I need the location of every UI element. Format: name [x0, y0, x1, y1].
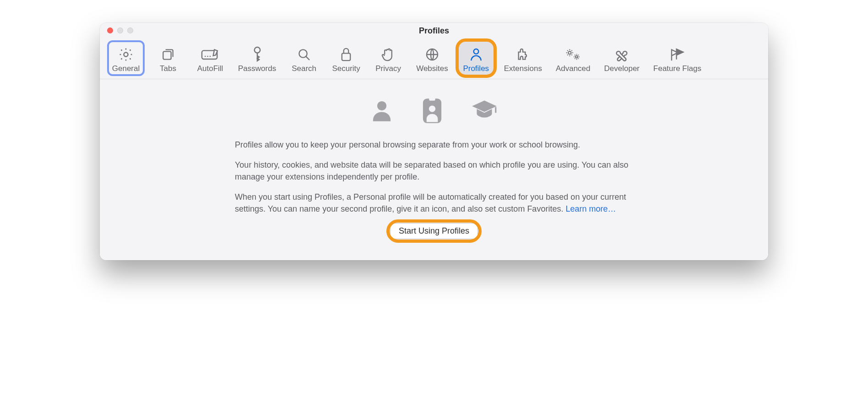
tab-extensions[interactable]: Extensions	[500, 41, 546, 75]
tab-label: AutoFill	[197, 64, 223, 73]
svg-point-7	[299, 49, 307, 57]
titlebar: Profiles	[100, 23, 768, 38]
tab-developer[interactable]: Developer	[601, 41, 644, 75]
start-using-profiles-highlight: Start Using Profiles	[390, 223, 478, 239]
tab-feature-flags[interactable]: Feature Flags	[650, 41, 705, 75]
tabs-icon	[161, 46, 175, 63]
svg-point-4	[207, 56, 208, 57]
tab-profiles[interactable]: Profiles	[458, 41, 494, 75]
svg-point-11	[568, 51, 571, 54]
svg-rect-1	[163, 51, 171, 59]
tab-security[interactable]: Security	[328, 41, 364, 75]
tab-label: Security	[332, 64, 360, 73]
profiles-pane: Profiles allow you to keep your personal…	[100, 79, 768, 260]
profiles-description: Profiles allow you to keep your personal…	[235, 139, 633, 215]
tab-label: Privacy	[375, 64, 401, 73]
tab-label: General	[112, 64, 140, 73]
hero-icons	[136, 98, 732, 126]
tab-label: Developer	[604, 64, 640, 73]
key-icon	[251, 46, 263, 63]
svg-point-3	[205, 56, 206, 57]
window-title: Profiles	[419, 26, 449, 36]
start-using-profiles-button[interactable]: Start Using Profiles	[390, 223, 478, 239]
zoom-window-button[interactable]	[127, 27, 133, 33]
svg-point-10	[473, 49, 478, 54]
window-controls	[107, 27, 133, 33]
person-fill-icon	[369, 98, 394, 126]
tab-label: Passwords	[238, 64, 276, 73]
flags-icon	[668, 46, 686, 63]
globe-icon	[425, 46, 439, 63]
preferences-toolbar: General Tabs AutoFill Passwords Search	[100, 38, 768, 79]
tab-websites[interactable]: Websites	[412, 41, 452, 75]
tab-autofill[interactable]: AutoFill	[192, 41, 228, 75]
person-icon	[469, 46, 483, 63]
minimize-window-button[interactable]	[117, 27, 123, 33]
preferences-window: Profiles General Tabs AutoFill Passwor	[100, 23, 768, 260]
tab-privacy[interactable]: Privacy	[370, 41, 406, 75]
tab-label: Profiles	[463, 64, 489, 73]
profiles-para-1: Profiles allow you to keep your personal…	[235, 139, 633, 151]
profiles-para-2: Your history, cookies, and website data …	[235, 159, 633, 183]
tab-search[interactable]: Search	[286, 41, 322, 75]
svg-point-0	[124, 52, 128, 56]
graduation-cap-icon	[470, 98, 499, 126]
lock-icon	[340, 46, 353, 63]
pencil-card-icon	[201, 46, 219, 63]
svg-point-5	[210, 56, 211, 57]
puzzle-icon	[515, 46, 530, 63]
svg-point-13	[377, 101, 386, 110]
svg-point-12	[575, 56, 578, 58]
tab-label: Search	[292, 64, 316, 73]
hand-icon	[381, 46, 395, 63]
svg-rect-8	[342, 53, 350, 60]
close-window-button[interactable]	[107, 27, 113, 33]
gears-icon	[564, 46, 582, 63]
svg-point-16	[429, 105, 435, 112]
tab-label: Extensions	[504, 64, 542, 73]
svg-rect-15	[429, 98, 435, 101]
svg-point-6	[254, 47, 260, 53]
search-icon	[297, 46, 311, 63]
tab-tabs[interactable]: Tabs	[150, 41, 186, 75]
gear-icon	[118, 46, 134, 63]
tab-label: Tabs	[160, 64, 176, 73]
tab-general[interactable]: General	[108, 41, 144, 75]
tab-label: Advanced	[556, 64, 591, 73]
tab-advanced[interactable]: Advanced	[552, 41, 594, 75]
badge-icon	[422, 98, 443, 126]
tab-label: Websites	[416, 64, 448, 73]
tab-passwords[interactable]: Passwords	[234, 41, 280, 75]
profiles-para-3: When you start using Profiles, a Persona…	[235, 191, 633, 215]
learn-more-link[interactable]: Learn more…	[565, 204, 616, 213]
tab-label: Feature Flags	[653, 64, 701, 73]
tools-icon	[614, 46, 629, 63]
